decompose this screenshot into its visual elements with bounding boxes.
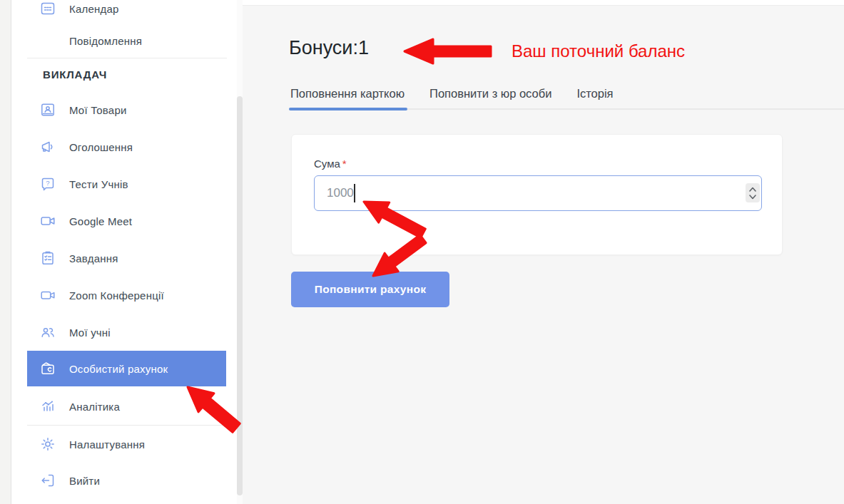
logout-icon: [39, 472, 56, 489]
required-asterisk: *: [342, 158, 347, 170]
amount-label-text: Сума: [314, 158, 340, 170]
sidebar-item-label: Завдання: [69, 252, 118, 264]
calendar-icon: [39, 0, 56, 17]
sidebar-item-messages[interactable]: Повідомлення: [27, 22, 226, 59]
page-title: Бонуси:1: [289, 37, 369, 59]
amount-input-wrap: [314, 175, 762, 211]
tab-baseline: [407, 108, 844, 110]
products-icon: [39, 101, 56, 118]
amount-input[interactable]: [314, 175, 762, 211]
sidebar-section-header: ВИКЛАДАЧ: [43, 68, 107, 81]
topup-form-card: Сума*: [291, 134, 783, 255]
sidebar-item-my-products[interactable]: Мої Товари: [27, 91, 226, 128]
sidebar-item-student-tests[interactable]: ? Тести Учнів: [27, 165, 226, 202]
sidebar-item-label: Календар: [69, 3, 119, 15]
tab-legal-entity-topup[interactable]: Поповнити з юр особи: [428, 84, 553, 110]
sidebar-item-label: Zoom Конференції: [69, 289, 164, 302]
app-screen: Календар Повідомлення ВИКЛАДАЧ Мої Товар…: [0, 0, 844, 504]
top-band: [243, 0, 844, 6]
sidebar-item-zoom-conferences[interactable]: Zoom Конференції: [27, 277, 226, 314]
sidebar-item-my-students[interactable]: Мої учні: [27, 314, 226, 351]
question-bubble-icon: ?: [39, 175, 56, 192]
sidebar-item-google-meet[interactable]: Google Meet: [27, 202, 226, 240]
sidebar: Календар Повідомлення ВИКЛАДАЧ Мої Товар…: [11, 0, 237, 504]
sidebar-item-logout[interactable]: Вийти: [27, 462, 226, 499]
active-tab-underline: [289, 108, 407, 110]
sidebar-item-label: Мої Товари: [69, 104, 127, 116]
sidebar-item-label: Особистий рахунок: [69, 363, 168, 375]
sidebar-item-settings[interactable]: Налаштування: [27, 426, 226, 463]
sidebar-item-label: Повідомлення: [69, 35, 142, 47]
sidebar-item-label: Налаштування: [69, 438, 145, 451]
sidebar-divider: [27, 58, 227, 58]
tab-bar: Поповнення карткою Поповнити з юр особи …: [289, 84, 615, 110]
sidebar-item-tasks[interactable]: Завдання: [27, 240, 226, 277]
sidebar-item-label: Мої учні: [69, 326, 111, 339]
video-camera-icon: [39, 287, 56, 304]
gear-icon: [39, 436, 56, 453]
amount-label: Сума*: [314, 158, 347, 170]
svg-text:?: ?: [46, 179, 49, 187]
main-content: Бонуси:1 Ваш поточний баланс Поповнення …: [243, 0, 844, 504]
sidebar-scrollbar: [237, 0, 243, 504]
number-stepper[interactable]: [746, 183, 760, 202]
wallet-icon: [39, 360, 56, 377]
tab-history[interactable]: Історія: [575, 84, 614, 110]
topup-submit-button[interactable]: Поповнити рахунок: [291, 272, 449, 307]
sidebar-item-personal-account[interactable]: Особистий рахунок: [27, 351, 226, 386]
tab-card-topup[interactable]: Поповнення карткою: [289, 84, 406, 110]
chevron-down-icon[interactable]: [750, 195, 756, 199]
video-camera-icon: [39, 212, 56, 230]
megaphone-icon: [39, 138, 56, 155]
analytics-icon: [39, 398, 56, 415]
sidebar-item-analytics[interactable]: Аналітика: [27, 388, 226, 425]
sidebar-item-label: Google Meet: [69, 215, 132, 227]
sidebar-item-label: Тести Учнів: [69, 178, 128, 190]
sidebar-scrollbar-thumb[interactable]: [237, 96, 243, 495]
sidebar-item-label: Аналітика: [69, 401, 120, 413]
sidebar-item-label: Вийти: [69, 475, 100, 487]
sidebar-item-label: Оголошення: [69, 141, 133, 153]
chevron-up-icon[interactable]: [750, 187, 756, 191]
people-icon: [39, 324, 56, 341]
left-gutter: [0, 0, 11, 504]
clipboard-icon: [39, 250, 56, 267]
sidebar-item-announcements[interactable]: Оголошення: [27, 128, 226, 165]
balance-annotation-text: Ваш поточний баланс: [512, 41, 685, 61]
